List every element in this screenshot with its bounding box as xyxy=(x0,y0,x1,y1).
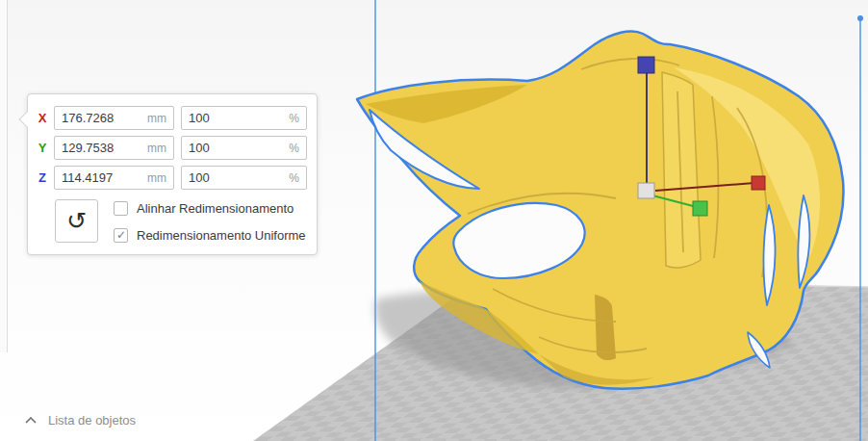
x-size-input[interactable] xyxy=(62,111,143,125)
object-list-label: Lista de objetos xyxy=(48,413,136,428)
axis-y-label: Y xyxy=(38,141,47,155)
object-list-toggle[interactable]: Lista de objetos xyxy=(25,413,136,428)
snap-scaling-label: Alinhar Redimensionamento xyxy=(137,201,294,216)
left-panel-edge xyxy=(0,0,8,352)
gizmo-handle-z[interactable] xyxy=(638,57,654,73)
z-size-field[interactable]: mm xyxy=(54,166,174,190)
y-size-field[interactable]: mm xyxy=(54,136,174,160)
panel-bottom-section: ↺ Alinhar Redimensionamento Redimensiona… xyxy=(55,199,307,243)
axis-z-label: Z xyxy=(38,170,47,185)
x-size-unit: mm xyxy=(147,112,166,125)
gizmo-handle-y[interactable] xyxy=(693,201,707,216)
z-percent-field[interactable]: % xyxy=(181,166,307,190)
x-percent-unit: % xyxy=(289,112,299,125)
uniform-scaling-option[interactable]: Redimensionamento Uniforme xyxy=(114,228,306,243)
z-size-unit: mm xyxy=(147,171,166,185)
uniform-scaling-checkbox[interactable] xyxy=(114,228,128,243)
gizmo-handle-center[interactable] xyxy=(638,183,654,198)
chevron-up-icon xyxy=(25,417,37,424)
uniform-scaling-label: Redimensionamento Uniforme xyxy=(137,228,306,243)
scale-options: Alinhar Redimensionamento Redimensioname… xyxy=(114,199,306,243)
y-size-input[interactable] xyxy=(62,141,143,155)
reset-scale-button[interactable]: ↺ xyxy=(55,199,98,243)
x-percent-field[interactable]: % xyxy=(181,106,307,130)
y-percent-input[interactable] xyxy=(189,141,285,155)
y-size-unit: mm xyxy=(147,142,166,155)
scale-row-y: Y mm % xyxy=(38,136,307,160)
z-percent-unit: % xyxy=(289,171,299,185)
snap-scaling-option[interactable]: Alinhar Redimensionamento xyxy=(114,201,306,216)
gizmo-handle-x[interactable] xyxy=(752,176,765,190)
z-percent-input[interactable] xyxy=(189,170,285,185)
x-size-field[interactable]: mm xyxy=(54,106,174,130)
y-percent-unit: % xyxy=(289,142,299,155)
reset-icon: ↺ xyxy=(66,209,87,233)
x-percent-input[interactable] xyxy=(189,111,285,125)
scale-row-x: X mm % xyxy=(38,106,307,130)
snap-scaling-checkbox[interactable] xyxy=(114,201,128,216)
z-size-input[interactable] xyxy=(62,170,143,185)
scale-tool-panel: X mm % Y mm % Z mm xyxy=(27,93,318,255)
scale-row-z: Z mm % xyxy=(38,166,307,190)
volume-corner-dot xyxy=(857,15,863,21)
y-percent-field[interactable]: % xyxy=(181,136,307,160)
application-window: X mm % Y mm % Z mm xyxy=(0,0,868,441)
axis-x-label: X xyxy=(38,111,47,125)
